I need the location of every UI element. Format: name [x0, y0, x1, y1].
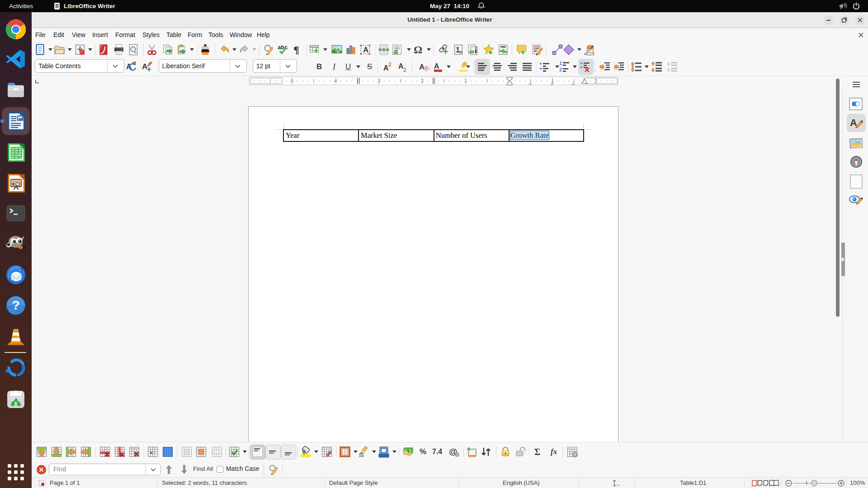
svg-text:2: 2 — [388, 61, 392, 68]
svg-text:4: 4 — [334, 78, 337, 84]
svg-text:A: A — [363, 46, 368, 54]
svg-text:A: A — [142, 62, 147, 71]
svg-text:2: 2 — [559, 67, 562, 72]
svg-text:¶: ¶ — [293, 44, 299, 56]
svg-text:A: A — [419, 63, 425, 71]
svg-text:A: A — [434, 62, 439, 70]
svg-text:abc: abc — [278, 44, 288, 51]
svg-text:1: 1 — [551, 78, 554, 84]
svg-text:2: 2 — [594, 78, 597, 84]
svg-text:5: 5 — [291, 78, 293, 84]
svg-text:Ω: Ω — [414, 44, 422, 56]
svg-text:1: 1 — [464, 78, 467, 84]
svg-text:?: ? — [12, 298, 19, 312]
svg-text:2: 2 — [403, 66, 406, 73]
svg-text:2: 2 — [421, 78, 424, 84]
svg-text:1: 1 — [559, 61, 562, 66]
svg-text:3: 3 — [377, 78, 380, 84]
